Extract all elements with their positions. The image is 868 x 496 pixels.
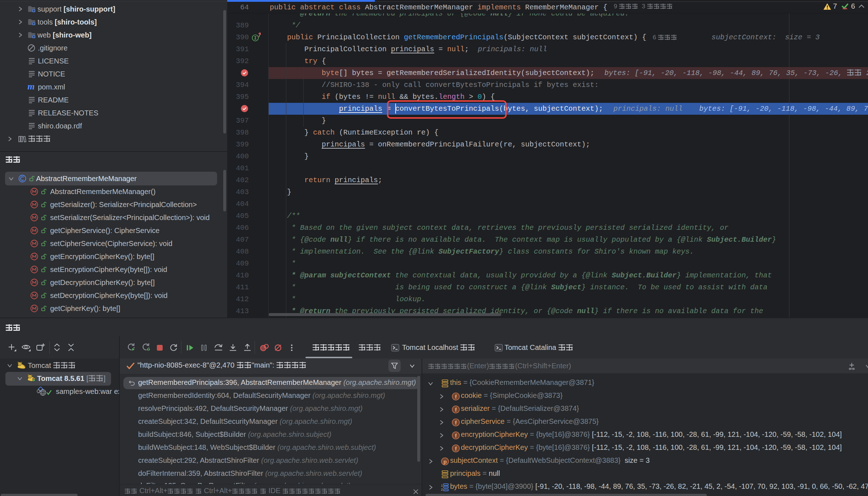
svg-text:2: 2 <box>441 488 443 491</box>
svg-text:1: 1 <box>441 484 443 487</box>
svg-text:p: p <box>443 458 446 465</box>
